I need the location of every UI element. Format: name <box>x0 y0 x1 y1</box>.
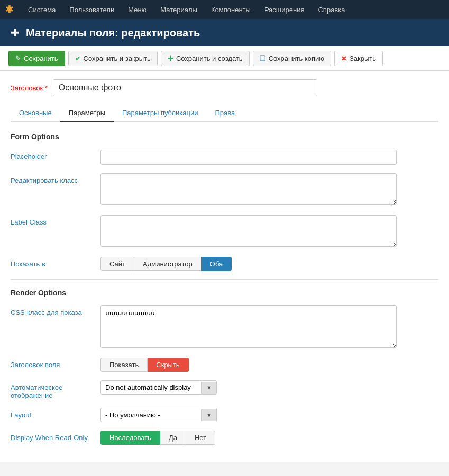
title-row: Заголовок * <box>11 79 438 96</box>
field-header-toggle: Показать Скрыть <box>100 358 397 372</box>
edit-class-textarea[interactable] <box>100 173 397 205</box>
page-header: ✚ Материалы поля: редактировать <box>0 19 449 46</box>
top-nav: ✱ Система Пользователи Меню Материалы Ко… <box>0 0 449 19</box>
css-class-textarea[interactable]: uuuuuuuuuuuu <box>100 305 397 348</box>
css-class-control: uuuuuuuuuuuu <box>100 305 397 349</box>
tab-basic[interactable]: Основные <box>11 105 60 122</box>
field-header-label: Заголовок поля <box>11 358 95 369</box>
nav-item-users[interactable]: Пользователи <box>67 5 116 15</box>
nav-item-help[interactable]: Справка <box>316 5 347 15</box>
select-arrow-icon: ▼ <box>201 382 216 394</box>
layout-select[interactable]: - По умолчанию - <box>101 408 201 422</box>
field-header-hide[interactable]: Скрыть <box>148 358 188 372</box>
label-class-textarea[interactable] <box>100 215 397 247</box>
toolbar: ✎ Сохранить ✔ Сохранить и закрыть ✚ Сохр… <box>0 46 449 71</box>
field-header-show[interactable]: Показать <box>100 358 148 372</box>
form-options-title: Form Options <box>11 133 438 141</box>
save-close-button[interactable]: ✔ Сохранить и закрыть <box>68 51 158 66</box>
show-in-label: Показать в <box>11 257 95 268</box>
placeholder-input[interactable] <box>100 150 397 165</box>
tab-publish-params[interactable]: Параметры публикации <box>114 105 206 122</box>
copy-icon: ❑ <box>260 54 266 62</box>
placeholder-label: Placeholder <box>11 150 95 161</box>
tab-params[interactable]: Параметры <box>60 105 114 122</box>
check-icon: ✔ <box>75 54 81 62</box>
title-input[interactable] <box>53 79 317 96</box>
puzzle-icon: ✚ <box>11 26 20 39</box>
readonly-no[interactable]: Нет <box>186 431 215 445</box>
label-class-label: Label Class <box>11 215 95 226</box>
nav-item-system[interactable]: Система <box>26 5 58 15</box>
show-in-both[interactable]: Оба <box>201 257 232 271</box>
logo-icon: ✱ <box>5 4 13 15</box>
label-class-group: Label Class <box>11 215 438 248</box>
label-class-control <box>100 215 397 248</box>
section-divider <box>11 279 438 280</box>
show-in-control: Сайт Администратор Оба <box>100 257 397 271</box>
nav-item-components[interactable]: Компоненты <box>209 5 253 15</box>
show-in-group: Показать в Сайт Администратор Оба <box>11 257 438 271</box>
layout-arrow-icon: ▼ <box>201 409 216 421</box>
nav-item-menu[interactable]: Меню <box>126 5 149 15</box>
close-icon: ✖ <box>341 54 347 62</box>
auto-display-label: Автоматическое отображение <box>11 380 95 399</box>
auto-display-select[interactable]: Do not automatically display After Title… <box>101 381 201 394</box>
auto-display-control: Do not automatically display After Title… <box>100 380 397 395</box>
nav-item-extensions[interactable]: Расширения <box>262 5 307 15</box>
show-in-toggle: Сайт Администратор Оба <box>100 257 397 271</box>
readonly-group: Display When Read-Only Наследовать Да Не… <box>11 431 438 445</box>
main-content: Заголовок * Основные Параметры Параметры… <box>0 71 449 462</box>
readonly-inherit[interactable]: Наследовать <box>100 431 160 445</box>
placeholder-group: Placeholder <box>11 150 438 165</box>
layout-control: - По умолчанию - ▼ <box>100 408 397 422</box>
save-icon: ✎ <box>15 54 21 62</box>
close-button[interactable]: ✖ Закрыть <box>334 51 383 66</box>
edit-class-label: Редактировать класс <box>11 173 95 184</box>
css-class-label: CSS-класс для показа <box>11 305 95 316</box>
readonly-toggle: Наследовать Да Нет <box>100 431 397 445</box>
layout-group: Layout - По умолчанию - ▼ <box>11 408 438 422</box>
save-copy-button[interactable]: ❑ Сохранить копию <box>253 51 331 66</box>
tab-rights[interactable]: Права <box>206 105 243 122</box>
field-header-group: Заголовок поля Показать Скрыть <box>11 358 438 372</box>
save-button[interactable]: ✎ Сохранить <box>8 51 65 66</box>
page-title: Материалы поля: редактировать <box>26 27 200 39</box>
tabs: Основные Параметры Параметры публикации … <box>11 105 438 122</box>
title-label: Заголовок * <box>11 84 48 92</box>
edit-class-group: Редактировать класс <box>11 173 438 207</box>
readonly-yes[interactable]: Да <box>160 431 186 445</box>
readonly-control: Наследовать Да Нет <box>100 431 397 445</box>
auto-display-select-wrap: Do not automatically display After Title… <box>100 380 217 395</box>
auto-display-group: Автоматическое отображение Do not automa… <box>11 380 438 399</box>
field-header-control: Показать Скрыть <box>100 358 397 372</box>
layout-select-wrap: - По умолчанию - ▼ <box>100 408 217 422</box>
nav-item-materials[interactable]: Материалы <box>158 5 199 15</box>
show-in-admin[interactable]: Администратор <box>134 257 201 271</box>
css-class-group: CSS-класс для показа uuuuuuuuuuuu <box>11 305 438 349</box>
show-in-site[interactable]: Сайт <box>100 257 134 271</box>
required-mark: * <box>45 84 48 92</box>
placeholder-control <box>100 150 397 165</box>
render-options-title: Render Options <box>11 288 438 297</box>
edit-class-control <box>100 173 397 207</box>
plus-icon: ✚ <box>168 54 173 62</box>
layout-label: Layout <box>11 408 95 419</box>
readonly-label: Display When Read-Only <box>11 431 95 442</box>
save-new-button[interactable]: ✚ Сохранить и создать <box>161 51 250 66</box>
